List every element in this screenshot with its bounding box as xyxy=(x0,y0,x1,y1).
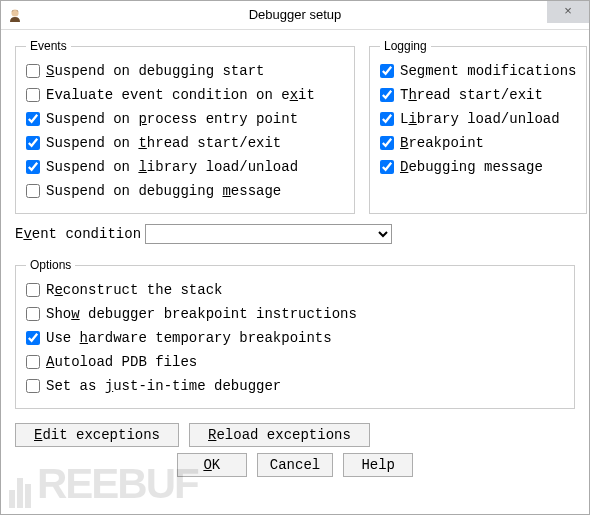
titlebar: Debugger setup × xyxy=(1,1,589,30)
events-group: Events Suspend on debugging startEvaluat… xyxy=(15,39,355,214)
reload-exceptions-button[interactable]: Reload exceptions xyxy=(189,423,370,447)
logging-checkbox[interactable] xyxy=(380,136,394,150)
logging-checkbox[interactable] xyxy=(380,88,394,102)
events-checkbox[interactable] xyxy=(26,160,40,174)
events-item[interactable]: Evaluate event condition on exit xyxy=(26,83,344,107)
events-checkbox[interactable] xyxy=(26,64,40,78)
help-button[interactable]: Help xyxy=(343,453,413,477)
events-checkbox[interactable] xyxy=(26,112,40,126)
dialog-window: Debugger setup × Events Suspend on debug… xyxy=(0,0,590,515)
events-label: Suspend on debugging start xyxy=(46,63,264,79)
event-condition-select[interactable] xyxy=(145,224,392,244)
options-checkbox[interactable] xyxy=(26,379,40,393)
options-label: Use hardware temporary breakpoints xyxy=(46,330,332,346)
svg-point-0 xyxy=(11,9,18,16)
client-area: Events Suspend on debugging startEvaluat… xyxy=(1,29,589,514)
options-group: Options Reconstruct the stackShow debugg… xyxy=(15,258,575,409)
events-checkbox[interactable] xyxy=(26,88,40,102)
cancel-button[interactable]: Cancel xyxy=(257,453,333,477)
options-checkbox[interactable] xyxy=(26,331,40,345)
options-legend: Options xyxy=(26,258,75,272)
events-item[interactable]: Suspend on debugging start xyxy=(26,59,344,83)
events-legend: Events xyxy=(26,39,71,53)
logging-label: Segment modifications xyxy=(400,63,576,79)
events-checkbox[interactable] xyxy=(26,184,40,198)
event-condition-row: Event condition xyxy=(15,224,575,244)
options-item[interactable]: Set as just-in-time debugger xyxy=(26,374,564,398)
events-item[interactable]: Suspend on debugging message xyxy=(26,179,344,203)
options-checkbox[interactable] xyxy=(26,355,40,369)
logging-legend: Logging xyxy=(380,39,431,53)
ok-button[interactable]: OK xyxy=(177,453,247,477)
logging-item[interactable]: Library load/unload xyxy=(380,107,576,131)
logging-item[interactable]: Breakpoint xyxy=(380,131,576,155)
logging-group: Logging Segment modificationsThread star… xyxy=(369,39,587,214)
logging-item[interactable]: Segment modifications xyxy=(380,59,576,83)
events-label: Evaluate event condition on exit xyxy=(46,87,315,103)
options-label: Set as just-in-time debugger xyxy=(46,378,281,394)
events-label: Suspend on process entry point xyxy=(46,111,298,127)
events-checkbox[interactable] xyxy=(26,136,40,150)
logging-item[interactable]: Debugging message xyxy=(380,155,576,179)
options-item[interactable]: Show debugger breakpoint instructions xyxy=(26,302,564,326)
options-label: Show debugger breakpoint instructions xyxy=(46,306,357,322)
options-label: Autoload PDB files xyxy=(46,354,197,370)
logging-item[interactable]: Thread start/exit xyxy=(380,83,576,107)
logging-label: Library load/unload xyxy=(400,111,560,127)
app-icon xyxy=(7,6,23,22)
logging-label: Breakpoint xyxy=(400,135,484,151)
options-item[interactable]: Use hardware temporary breakpoints xyxy=(26,326,564,350)
events-item[interactable]: Suspend on library load/unload xyxy=(26,155,344,179)
logging-checkbox[interactable] xyxy=(380,64,394,78)
options-checkbox[interactable] xyxy=(26,283,40,297)
options-item[interactable]: Reconstruct the stack xyxy=(26,278,564,302)
window-title: Debugger setup xyxy=(1,1,589,29)
close-button[interactable]: × xyxy=(547,1,589,23)
events-label: Suspend on debugging message xyxy=(46,183,281,199)
options-item[interactable]: Autoload PDB files xyxy=(26,350,564,374)
events-item[interactable]: Suspend on thread start/exit xyxy=(26,131,344,155)
event-condition-label: Event condition xyxy=(15,226,141,242)
logging-checkbox[interactable] xyxy=(380,160,394,174)
options-label: Reconstruct the stack xyxy=(46,282,222,298)
events-item[interactable]: Suspend on process entry point xyxy=(26,107,344,131)
events-label: Suspend on library load/unload xyxy=(46,159,298,175)
events-label: Suspend on thread start/exit xyxy=(46,135,281,151)
options-checkbox[interactable] xyxy=(26,307,40,321)
logging-checkbox[interactable] xyxy=(380,112,394,126)
logging-label: Thread start/exit xyxy=(400,87,543,103)
edit-exceptions-button[interactable]: Edit exceptions xyxy=(15,423,179,447)
logging-label: Debugging message xyxy=(400,159,543,175)
